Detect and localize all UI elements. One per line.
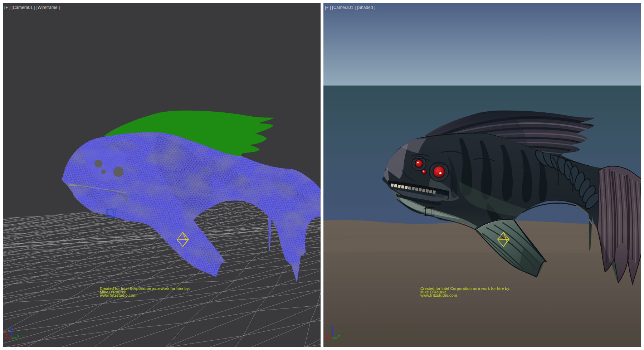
svg-text:www.fritzstudio.com: www.fritzstudio.com (420, 293, 457, 297)
svg-text:z: z (331, 325, 333, 329)
svg-text:www.fritzstudio.com: www.fritzstudio.com (99, 293, 136, 297)
svg-text:y: y (338, 333, 340, 337)
svg-text:z: z (10, 325, 13, 329)
svg-text:[+ ] [Camera01 ] [Wireframe ]: [+ ] [Camera01 ] [Wireframe ] (4, 5, 60, 10)
svg-text:[+ ] [Camera01 ] [Shaded ]: [+ ] [Camera01 ] [Shaded ] (325, 5, 375, 10)
svg-text:x: x (5, 333, 8, 337)
svg-text:x: x (326, 333, 328, 337)
svg-text:y: y (17, 333, 20, 337)
